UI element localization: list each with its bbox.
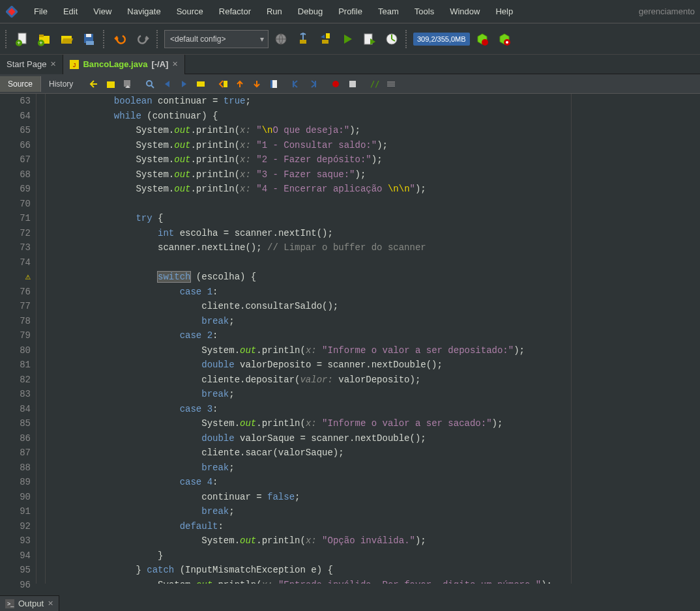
svg-text://: // [370, 79, 379, 89]
svg-point-20 [482, 39, 488, 46]
menu-window[interactable]: Window [442, 3, 488, 20]
tab-modified: [-/A] [151, 59, 168, 69]
line-number: 93 [0, 533, 31, 548]
code-area[interactable]: boolean continuar = true; while (continu… [46, 94, 700, 584]
line-number: 81 [0, 358, 31, 373]
config-selector[interactable]: <default config> [164, 30, 269, 48]
close-icon[interactable]: ✕ [172, 60, 178, 68]
bookmark-prev-button[interactable] [215, 76, 232, 92]
uncomment-button[interactable] [383, 76, 400, 92]
svg-rect-6 [39, 35, 44, 37]
comment-button[interactable]: // [366, 76, 383, 92]
save-all-button[interactable] [80, 29, 99, 49]
menu-tools[interactable]: Tools [407, 3, 442, 20]
line-number: 82 [0, 373, 31, 388]
close-icon[interactable]: ✕ [50, 60, 56, 68]
menu-source[interactable]: Source [169, 3, 211, 20]
tab-start-page[interactable]: Start Page ✕ [0, 55, 63, 74]
toolbar-separator [405, 30, 409, 48]
fold-gutter[interactable] [36, 94, 46, 584]
tab-label: BancoLage.java [83, 59, 147, 69]
menu-run[interactable]: Run [259, 3, 290, 20]
line-number: 73 [0, 240, 31, 255]
main-toolbar: + + <default config> 309,2/355,0MB [0, 23, 700, 55]
menu-team[interactable]: Team [370, 3, 407, 20]
line-number: 90 [0, 490, 31, 505]
output-label: Output [18, 599, 44, 608]
run-button[interactable] [338, 29, 357, 49]
warning-icon[interactable]: ⚠ [0, 270, 31, 285]
menu-navigate[interactable]: Navigate [119, 3, 168, 20]
tab-label: Start Page [7, 59, 46, 69]
svg-rect-12 [86, 41, 94, 45]
svg-rect-17 [326, 33, 330, 38]
memory-indicator[interactable]: 309,2/355,0MB [413, 33, 470, 46]
undo-button[interactable] [111, 29, 130, 49]
browser-button[interactable] [271, 29, 291, 49]
editor-sub-toolbar: Source History // [0, 74, 700, 94]
cube-button-2[interactable] [495, 29, 514, 49]
line-number: 70 [0, 197, 31, 212]
svg-point-27 [147, 81, 152, 86]
debug-button[interactable] [360, 29, 379, 49]
code-editor[interactable]: 63 64 65 66 67 68 69 70 71 72 73 74 ⚠ 76… [0, 94, 700, 584]
find-button[interactable] [142, 76, 159, 92]
line-number: 66 [0, 138, 31, 153]
record-macro-button[interactable] [327, 76, 344, 92]
line-gutter[interactable]: 63 64 65 66 67 68 69 70 71 72 73 74 ⚠ 76… [0, 94, 36, 584]
next-button[interactable] [176, 76, 193, 92]
svg-text:J: J [73, 62, 76, 68]
profile-button[interactable] [382, 29, 401, 49]
open-button[interactable] [57, 29, 77, 49]
line-number: 76 [0, 285, 31, 300]
svg-rect-28 [197, 81, 205, 87]
menu-profile[interactable]: Profile [330, 3, 370, 20]
new-file-button[interactable]: + [13, 29, 33, 49]
prev-button[interactable] [159, 76, 176, 92]
close-icon[interactable]: ✕ [48, 599, 53, 608]
line-number: 64 [0, 109, 31, 124]
bookmark-up-button[interactable] [232, 76, 249, 92]
menu-file[interactable]: File [26, 3, 55, 20]
menu-help[interactable]: Help [488, 3, 521, 20]
project-name: gerenciamento [639, 7, 695, 16]
output-panel-tab[interactable]: >_ Output ✕ [0, 595, 59, 611]
bookmark-down-button[interactable] [249, 76, 266, 92]
line-number: 95 [0, 563, 31, 578]
svg-point-22 [506, 41, 508, 44]
shift-right-button[interactable] [305, 76, 322, 92]
new-project-button[interactable]: + [35, 29, 55, 49]
line-number: 89 [0, 475, 31, 490]
line-number: 86 [0, 431, 31, 446]
menu-debug[interactable]: Debug [290, 3, 330, 20]
nav-back-button[interactable] [86, 76, 103, 92]
menu-view[interactable]: View [85, 3, 119, 20]
line-number: 85 [0, 416, 31, 431]
build-button[interactable] [293, 29, 313, 49]
line-number: 78 [0, 314, 31, 329]
menu-edit[interactable]: Edit [55, 3, 85, 20]
nav-fold-button[interactable] [103, 76, 120, 92]
tab-bancolage[interactable]: J BancoLage.java [-/A] ✕ [63, 55, 185, 74]
source-tab[interactable]: Source [0, 76, 41, 92]
line-number: 74 [0, 255, 31, 270]
redo-button[interactable] [133, 29, 153, 49]
history-tab[interactable]: History [41, 76, 81, 92]
line-number: 92 [0, 519, 31, 534]
stop-macro-button[interactable] [344, 76, 361, 92]
svg-text:>_: >_ [7, 601, 14, 607]
cube-button-1[interactable] [473, 29, 492, 49]
clean-build-button[interactable] [315, 29, 335, 49]
svg-rect-31 [270, 80, 272, 88]
nav-dropdown-button[interactable] [120, 76, 137, 92]
menu-refactor[interactable]: Refactor [211, 3, 259, 20]
highlight-button[interactable] [193, 76, 210, 92]
console-icon: >_ [5, 599, 14, 608]
svg-rect-29 [224, 81, 227, 87]
line-number: 71 [0, 211, 31, 226]
toolbar-separator [103, 30, 107, 48]
svg-text:+: + [39, 40, 42, 46]
bookmark-toggle-button[interactable] [266, 76, 283, 92]
shift-left-button[interactable] [288, 76, 305, 92]
line-number: 68 [0, 167, 31, 182]
